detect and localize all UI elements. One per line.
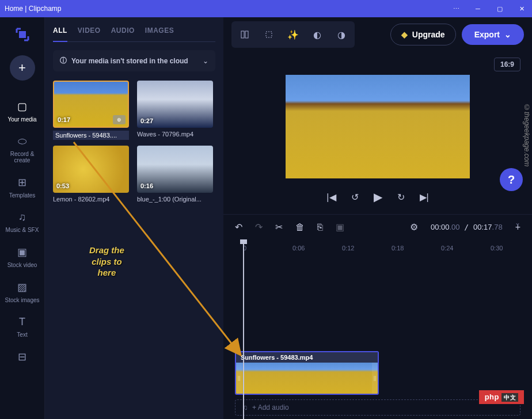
add-clip-icon[interactable]: ⊕: [113, 115, 126, 124]
media-duration: 0:27: [140, 117, 153, 124]
nav-label: Music & SFX: [6, 227, 39, 233]
media-item-waves[interactable]: 0:27 Waves - 70796.mp4: [137, 81, 215, 140]
tab-all[interactable]: ALL: [53, 24, 67, 42]
drag-hint-annotation: Drag theclips tohere: [89, 245, 124, 279]
forward-button[interactable]: ↻: [397, 192, 405, 203]
sidebar-item-text[interactable]: T Text: [2, 310, 43, 344]
help-button[interactable]: ?: [500, 168, 523, 191]
tab-video[interactable]: VIDEO: [78, 24, 101, 37]
templates-icon: ⊞: [18, 176, 26, 189]
sidebar-item-more[interactable]: ⊟: [2, 345, 43, 369]
ruler-mark: 0:24: [441, 245, 453, 252]
sidebar: + ▢ Your media ⬭ Record & create ⊞ Templ…: [0, 17, 45, 419]
media-filename: Waves - 70796.mp4: [137, 131, 213, 138]
tool-group: ✨ ◐ ◑: [231, 21, 355, 48]
media-panel: ALL VIDEO AUDIO IMAGES ⓘ Your media isn'…: [45, 17, 223, 419]
sidebar-item-record[interactable]: ⬭ Record & create: [2, 129, 43, 169]
sidebar-item-music[interactable]: ♫ Music & SFX: [2, 205, 43, 239]
ruler-mark: 0: [243, 245, 246, 252]
tab-audio[interactable]: AUDIO: [111, 24, 135, 37]
ruler-mark: 0:06: [292, 245, 305, 252]
rewind-button[interactable]: ↺: [351, 192, 359, 203]
clip-handle-right[interactable]: ||: [372, 363, 378, 394]
svg-rect-1: [241, 31, 244, 38]
media-grid: 0:17 ⊕ Sunflowers - 59483.... 0:27 Waves…: [53, 81, 215, 203]
editor-area: ✨ ◐ ◑ ◆ Upgrade Export ⌄ 16:9 |◀: [223, 17, 532, 419]
tab-images[interactable]: IMAGES: [145, 24, 174, 37]
add-audio-track[interactable]: ♫ + Add audio: [235, 399, 520, 416]
more-button[interactable]: ⋯: [450, 3, 462, 14]
play-button[interactable]: ▶: [374, 190, 382, 204]
export-button[interactable]: Export ⌄: [462, 24, 524, 45]
upgrade-label: Upgrade: [412, 30, 445, 39]
cloud-notice[interactable]: ⓘ Your media isn't stored in the cloud ⌄: [53, 50, 215, 71]
more-icon: ⊟: [18, 351, 26, 363]
upgrade-button[interactable]: ◆ Upgrade: [390, 24, 456, 45]
clip-title: Sunflowers - 59483.mp4: [236, 352, 378, 363]
chevron-down-icon: ⌄: [203, 57, 208, 65]
stock-video-icon: ▣: [17, 246, 27, 258]
media-item-lemon[interactable]: 0:53 Lemon - 82602.mp4: [53, 146, 131, 203]
close-button[interactable]: ✕: [516, 3, 527, 14]
media-item-blue[interactable]: 0:16 blue_-_1:00 (Original...: [137, 146, 215, 203]
export-label: Export: [474, 30, 500, 39]
diamond-icon: ◆: [401, 30, 408, 39]
settings-button[interactable]: ⚙: [410, 222, 418, 233]
sidebar-item-stock-video[interactable]: ▣ Stock video: [2, 240, 43, 274]
folder-icon: ▢: [17, 100, 27, 113]
media-duration: 0:17: [58, 116, 70, 123]
duplicate-button[interactable]: ⎘: [317, 222, 323, 233]
timeline-ruler[interactable]: 0 0:06 0:12 0:18 0:24 0:30: [235, 239, 520, 257]
media-item-sunflowers[interactable]: 0:17 ⊕ Sunflowers - 59483....: [53, 81, 131, 140]
split-button[interactable]: ✂: [275, 222, 283, 233]
chevron-down-icon: ⌄: [504, 30, 511, 39]
timeline-toolbar: ↶ ↷ ✂ 🗑 ⎘ ▣ ⚙ 00:00.00 / 00:17.78 +: [223, 214, 532, 239]
crop-tool[interactable]: [259, 25, 279, 44]
undo-button[interactable]: ↶: [235, 222, 242, 233]
effects-tool[interactable]: ✨: [283, 25, 303, 44]
nav-label: Your media: [7, 116, 36, 123]
stock-images-icon: ▨: [17, 281, 27, 294]
window-titlebar: Home | Clipchamp ⋯ ─ ▢ ✕: [0, 0, 532, 17]
aspect-ratio-button[interactable]: 16:9: [494, 58, 520, 71]
sidebar-item-templates[interactable]: ⊞ Templates: [2, 170, 43, 204]
ruler-mark: 0:12: [342, 245, 354, 252]
filter-tool[interactable]: ◑: [332, 25, 351, 44]
adjust-tool[interactable]: ◐: [307, 25, 327, 44]
minimize-button[interactable]: ─: [472, 3, 484, 14]
delete-button[interactable]: 🗑: [295, 222, 305, 233]
maximize-button[interactable]: ▢: [494, 3, 506, 14]
player-controls: |◀ ↺ ▶ ↻ ▶|: [326, 190, 428, 204]
timeline-clip-sunflowers[interactable]: Sunflowers - 59483.mp4 || ||: [235, 351, 379, 395]
svg-rect-0: [19, 31, 26, 38]
ruler-mark: 0:30: [491, 245, 503, 252]
add-media-button[interactable]: +: [10, 55, 35, 81]
crop-timeline-button[interactable]: ▣: [336, 222, 344, 233]
svg-rect-2: [245, 31, 248, 38]
music-icon: ♫: [18, 211, 26, 223]
expand-preview-button[interactable]: ⌄: [515, 219, 520, 227]
skip-back-button[interactable]: |◀: [326, 192, 336, 203]
media-filename: Lemon - 82602.mp4: [53, 196, 129, 203]
svg-rect-3: [266, 32, 272, 37]
clip-handle-left[interactable]: ||: [236, 363, 242, 394]
cloud-notice-text: Your media isn't stored in the cloud: [71, 57, 188, 65]
window-title: Home | Clipchamp: [5, 5, 61, 13]
info-icon: ⓘ: [60, 56, 67, 66]
sidebar-item-stock-images[interactable]: ▨ Stock images: [2, 275, 43, 309]
nav-label: Templates: [9, 192, 36, 199]
ruler-mark: 0:18: [392, 245, 404, 252]
music-icon: ♫: [242, 403, 248, 412]
nav-label: Text: [17, 332, 27, 338]
app-logo: [11, 23, 34, 46]
php-badge: php中文: [479, 390, 524, 404]
sidebar-item-your-media[interactable]: ▢ Your media: [2, 94, 43, 128]
media-duration: 0:16: [140, 182, 153, 189]
layout-tool[interactable]: [235, 25, 254, 44]
preview-canvas[interactable]: [286, 75, 470, 178]
top-toolbar: ✨ ◐ ◑ ◆ Upgrade Export ⌄: [223, 17, 532, 52]
skip-forward-button[interactable]: ▶|: [420, 192, 429, 203]
media-duration: 0:53: [56, 182, 69, 189]
record-icon: ⬭: [18, 135, 26, 147]
redo-button[interactable]: ↷: [255, 222, 263, 233]
